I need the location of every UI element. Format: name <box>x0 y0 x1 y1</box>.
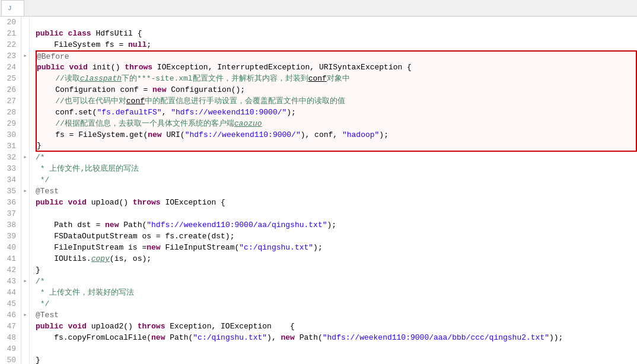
token: , <box>162 107 171 118</box>
token: ), conf, <box>301 129 342 141</box>
line-number: 21 <box>2 28 16 39</box>
line-number: 32 <box>2 152 16 163</box>
token: classpath <box>80 73 122 84</box>
code-content: public class HdfsUtil { FileSystem fs = … <box>30 17 637 364</box>
line-number: 20 <box>2 17 16 28</box>
code-line <box>36 208 637 219</box>
line-number: 27 <box>2 95 16 107</box>
token: ); <box>286 107 296 118</box>
token: //也可以在代码中对 <box>37 95 126 107</box>
line-number: 24 <box>2 62 16 73</box>
token: } <box>36 264 40 276</box>
line-number: 26 <box>2 84 16 95</box>
token: Configuration conf = <box>37 84 152 95</box>
line-number: 49 <box>2 343 16 355</box>
fold-marker <box>21 118 29 129</box>
fold-marker <box>21 163 29 174</box>
token: void <box>68 197 91 208</box>
line-number: 35 <box>2 186 16 197</box>
tab-bar: J <box>0 0 637 17</box>
token: //根据配置信息，去获取一个具体文件系统的客户端 <box>37 118 234 129</box>
token: void <box>68 321 91 332</box>
code-line: public void upload() throws IOException … <box>36 197 637 208</box>
token: null <box>128 39 146 50</box>
editor-container: J 20212223242526272829303132333435363738… <box>0 0 637 364</box>
line-numbers: 2021222324252627282930313233343536373839… <box>0 17 21 364</box>
code-line: //读取classpath下的***-site.xml配置文件，并解析其内容，封… <box>36 73 637 84</box>
token: } <box>37 140 42 151</box>
fold-marker[interactable]: ▸ <box>21 276 29 287</box>
fold-marker <box>21 129 29 141</box>
line-number: 46 <box>2 309 16 321</box>
code-line: public class HdfsUtil { <box>36 28 637 39</box>
token: 中的配置信息进行手动设置，会覆盖配置文件中的读取的值 <box>145 95 345 107</box>
line-number: 25 <box>2 73 16 84</box>
token: Path( <box>300 332 323 343</box>
code-line <box>36 343 637 355</box>
line-number: 36 <box>2 197 16 208</box>
token: //读取 <box>37 73 80 84</box>
line-number: 22 <box>2 39 16 50</box>
code-line: //也可以在代码中对conf中的配置信息进行手动设置，会覆盖配置文件中的读取的值 <box>36 95 637 107</box>
fold-marker[interactable]: ▸ <box>21 309 29 321</box>
token: "fs.defaultFS" <box>97 107 161 118</box>
token: ), <box>267 332 281 343</box>
fold-marker <box>21 84 29 95</box>
token: upload() <box>91 197 133 208</box>
token: new <box>105 219 123 231</box>
token: "c:/qingshu.txt" <box>239 242 313 253</box>
line-number: 34 <box>2 174 16 186</box>
code-line: } <box>36 264 637 276</box>
fold-marker <box>21 62 29 73</box>
fold-marker <box>21 73 29 84</box>
token: new <box>152 84 171 95</box>
editor-tab[interactable]: J <box>1 0 24 16</box>
token: fs = FileSystem.get( <box>37 129 148 141</box>
code-line: fs = FileSystem.get(new URI("hdfs://week… <box>36 129 637 141</box>
code-line: public void upload2() throws Exception, … <box>36 321 637 332</box>
code-line: conf.set("fs.defaultFS", "hdfs://weekend… <box>36 107 637 118</box>
token: new <box>151 332 170 343</box>
fold-marker <box>21 298 29 309</box>
line-number: 47 <box>2 321 16 332</box>
token: public <box>36 197 68 208</box>
code-line: /* <box>36 276 637 287</box>
token: */ <box>36 174 49 186</box>
token: public <box>37 62 69 73</box>
fold-marker <box>21 219 29 231</box>
fold-marker <box>21 242 29 253</box>
code-line: * 上传文件,比较底层的写法 <box>36 163 637 174</box>
fold-marker[interactable]: ▸ <box>21 152 29 163</box>
fold-marker <box>21 332 29 343</box>
token: class <box>68 28 96 39</box>
code-line: FileSystem fs = null; <box>36 39 637 50</box>
token: conf <box>126 95 145 107</box>
line-number: 50 <box>2 355 16 364</box>
fold-marker[interactable]: ▸ <box>21 50 29 62</box>
code-line: } <box>36 355 637 364</box>
token: URI( <box>166 129 184 141</box>
token: throws <box>138 321 170 332</box>
fold-marker <box>21 107 29 118</box>
token: /* <box>36 152 45 163</box>
token: @Test <box>36 309 59 321</box>
token: fs.copyFromLocalFile( <box>36 332 151 343</box>
code-line: fs.copyFromLocalFile(new Path("c:/qingsh… <box>36 332 637 343</box>
token: new <box>146 242 165 253</box>
fold-marker <box>21 355 29 364</box>
token: init() <box>93 62 125 73</box>
line-number: 31 <box>2 141 16 152</box>
fold-marker <box>21 95 29 107</box>
line-number: 48 <box>2 332 16 343</box>
token: "hdfs://weekend110:9000/aa/qingshu.txt" <box>146 219 327 231</box>
fold-marker <box>21 141 29 152</box>
token: throws <box>125 62 157 73</box>
token: "c:/qingshu.txt" <box>193 332 267 343</box>
token: FSDataOutputStream os = fs.create(dst); <box>36 231 234 242</box>
line-number: 33 <box>2 163 16 174</box>
fold-marker[interactable]: ▸ <box>21 186 29 197</box>
code-line: public void init() throws IOException, I… <box>36 62 637 73</box>
line-number: 38 <box>2 219 16 231</box>
fold-gutter: ▸▸▸▸▸ <box>21 17 30 364</box>
token: IOException, InterruptedException, URISy… <box>157 62 412 73</box>
